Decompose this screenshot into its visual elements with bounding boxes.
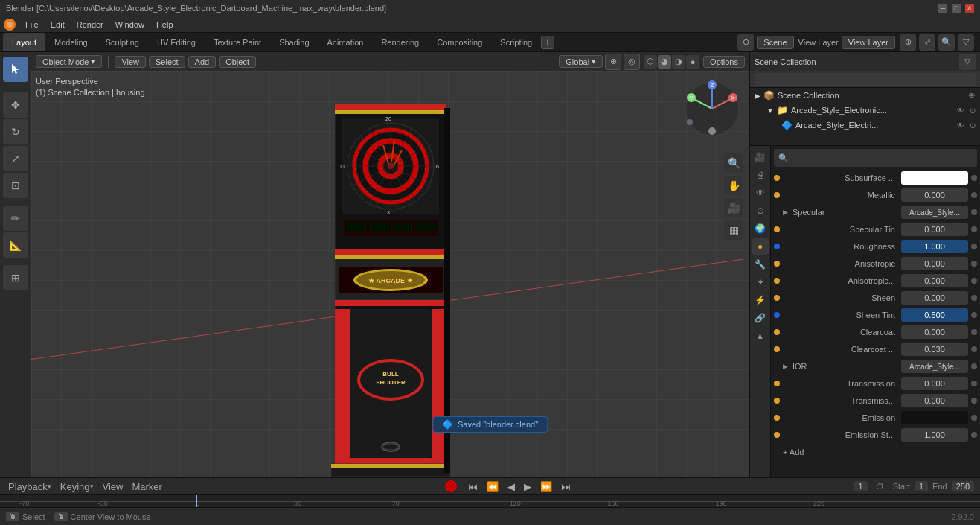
keying-menu[interactable]: Keying ▾ [58,481,96,492]
start-frame-value[interactable]: 1 [915,481,928,491]
prop-tab-data[interactable]: ▲ [752,328,769,344]
menu-help[interactable]: Help [150,19,179,31]
filter-icon[interactable]: ▽ [958,34,974,51]
menu-edit[interactable]: Edit [45,19,71,31]
prop-tab-scene[interactable]: ⊙ [752,203,769,219]
fullscreen-icon[interactable]: ⤢ [919,34,935,51]
tab-uv-editing[interactable]: UV Editing [148,33,205,51]
prop-tab-physics[interactable]: ⚡ [752,292,769,308]
tab-compositing[interactable]: Compositing [428,33,491,51]
scene-selector[interactable]: Scene [757,36,793,49]
prop-tab-render[interactable]: 🎥 [752,149,769,165]
solid-shading-btn[interactable]: ◕ [658,55,671,69]
object-button[interactable]: Object [219,56,256,68]
emission-color-value[interactable] [901,411,968,424]
3d-viewport[interactable]: 20 3 11 6 ★ ARCAD [31,71,749,483]
tab-scripting[interactable]: Scripting [491,33,541,51]
end-frame-value[interactable]: 250 [952,481,974,491]
item1-eye-icon[interactable]: 👁 [957,106,964,115]
prop-tab-particle[interactable]: ✦ [752,274,769,290]
menu-file[interactable]: File [19,19,45,31]
tab-modeling[interactable]: Modeling [45,33,97,51]
rotate-tool-button[interactable]: ↻ [3,119,28,144]
cursor-tool-button[interactable] [3,57,28,82]
camera-view-tool[interactable]: 🎥 [724,198,743,217]
transmission-value[interactable]: 0.000 [901,377,968,390]
viewport-global-btn[interactable]: Global ▾ [559,55,603,68]
properties-search-input[interactable] [792,153,973,162]
view-layer-selector[interactable]: View Layer [842,36,895,49]
current-frame-value[interactable]: 1 [854,481,868,491]
snap-icon[interactable]: ⊕ [605,54,621,70]
marker-menu[interactable]: Marker [129,481,164,492]
timeline-cursor[interactable] [196,495,197,507]
menu-window[interactable]: Window [109,19,150,31]
timeline-ruler[interactable]: -70 -30 0 30 70 120 150 190 220 [0,495,980,507]
ior-value[interactable]: Arcade_Style... [901,360,968,373]
item1-render-icon[interactable]: ⊙ [970,106,976,115]
grid-view-tool[interactable]: ▦ [724,220,743,240]
minimize-button[interactable]: ─ [938,4,947,13]
zoom-in-tool[interactable]: 🔍 [724,153,743,173]
maximize-button[interactable]: □ [952,4,961,13]
play-reverse-button[interactable]: ◀ [505,481,517,492]
prop-tab-object[interactable]: ● [752,238,769,255]
record-button[interactable] [445,480,457,492]
prop-tab-view[interactable]: 👁 [752,185,769,201]
annotate-tool-button[interactable]: ✏ [3,206,28,231]
pan-tool[interactable]: ✋ [724,176,743,195]
select-button[interactable]: Select [149,56,185,68]
tab-animation[interactable]: Animation [318,33,373,51]
outliner-filter-icon[interactable]: ▽ [959,54,976,70]
roughness-value[interactable]: 1.000 [901,240,968,253]
tab-rendering[interactable]: Rendering [372,33,428,51]
close-button[interactable]: ✕ [965,4,974,13]
item2-eye-icon[interactable]: 👁 [957,121,964,130]
tab-shading[interactable]: Shading [270,33,318,51]
outliner-search-input[interactable] [755,73,976,86]
scene-icon[interactable]: ⊙ [737,34,754,51]
prop-tab-modifier[interactable]: 🔧 [752,256,769,273]
step-back-button[interactable]: ⏪ [484,481,501,492]
specular-tint-value[interactable]: 0.000 [901,223,968,236]
specular-value[interactable]: Arcade_Style... [901,206,968,219]
clearcoat-rough-value[interactable]: 0.030 [901,343,968,356]
options-button[interactable]: Options [703,56,745,68]
subsurface-color-value[interactable] [901,171,968,185]
viewport-gizmo[interactable]: X Y Z [682,79,742,139]
toggle-icon[interactable]: ⊕ [900,34,916,51]
anisotropic-rot-value[interactable]: 0.000 [901,274,968,287]
search-top-icon[interactable]: 🔍 [938,34,955,51]
tab-texture-paint[interactable]: Texture Paint [205,33,270,51]
play-button[interactable]: ▶ [522,481,534,492]
prop-tab-output[interactable]: 🖨 [752,167,769,183]
clearcoat-value[interactable]: 0.000 [901,325,968,339]
scale-tool-button[interactable]: ⤢ [3,146,28,171]
tab-sculpting[interactable]: Sculpting [97,33,148,51]
prop-tab-constraint[interactable]: 🔗 [752,310,769,326]
object-mode-button[interactable]: Object Mode ▾ [36,55,102,68]
scene-collection-eye-icon[interactable]: 👁 [968,92,976,100]
view-button[interactable]: View [115,56,146,68]
metallic-value[interactable]: 0.000 [901,188,968,202]
wireframe-shading-btn[interactable]: ⬡ [644,55,657,69]
prop-tab-world[interactable]: 🌍 [752,220,769,237]
sheen-value[interactable]: 0.000 [901,291,968,305]
jump-end-button[interactable]: ⏭ [559,481,573,492]
rendered-shading-btn[interactable]: ● [686,55,699,69]
add-button[interactable]: Add [188,56,217,68]
sheen-tint-value[interactable]: 0.500 [901,308,968,322]
anisotropic-value[interactable]: 0.000 [901,257,968,270]
add-workspace-button[interactable]: + [541,36,554,49]
view-menu[interactable]: View [100,481,126,492]
move-tool-button[interactable]: ✥ [3,92,28,118]
item2-render-icon[interactable]: ⊙ [970,121,976,130]
playback-menu[interactable]: Playback ▾ [6,481,54,492]
looksdev-shading-btn[interactable]: ◑ [672,55,685,69]
trans-rough-value[interactable]: 0.000 [901,394,968,407]
tab-layout[interactable]: Layout [3,33,45,51]
add-object-tool-button[interactable]: ⊞ [3,265,28,290]
transform-tool-button[interactable]: ⊡ [3,173,28,198]
proportional-edit-icon[interactable]: ◎ [624,54,640,70]
menu-render[interactable]: Render [71,19,109,31]
